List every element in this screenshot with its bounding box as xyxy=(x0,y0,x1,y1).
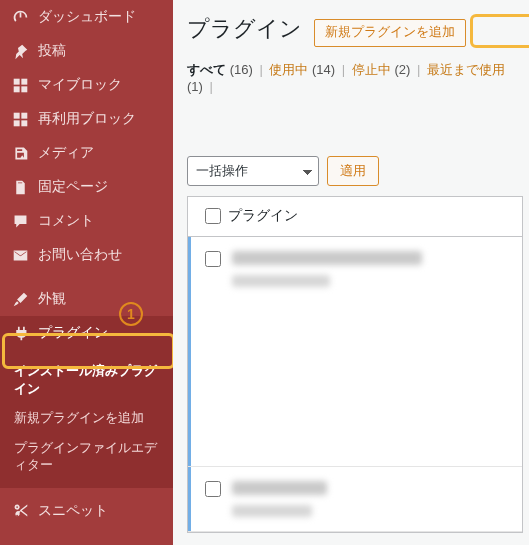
dashboard-icon xyxy=(10,9,30,26)
sidebar-item-label: お問い合わせ xyxy=(38,246,122,264)
separator: | xyxy=(339,62,348,77)
comment-icon xyxy=(10,213,30,230)
plugin-status-filters: すべて (16) | 使用中 (14) | 停止中 (2) | 最近まで使用 (… xyxy=(187,61,523,94)
sidebar-item-appearance[interactable]: 外観 xyxy=(0,282,173,316)
redacted-plugin-name xyxy=(232,481,327,495)
main-content: プラグイン 新規プラグインを追加 すべて (16) | 使用中 (14) | 停… xyxy=(173,0,529,545)
sidebar-item-pages[interactable]: 固定ページ xyxy=(0,170,173,204)
plugins-table: プラグイン xyxy=(187,196,523,533)
svg-rect-3 xyxy=(21,86,27,92)
blocks-icon xyxy=(10,111,30,128)
plugins-submenu: インストール済みプラグイン 新規プラグインを追加 プラグインファイルエディター xyxy=(0,350,173,488)
sidebar-item-label: 投稿 xyxy=(38,42,66,60)
sidebar-item-label: スニペット xyxy=(38,502,108,520)
filter-label: 最近まで使用 xyxy=(427,62,505,77)
media-icon xyxy=(10,145,30,162)
sidebar-item-label: プラグイン xyxy=(38,324,108,342)
plugin-cell xyxy=(228,251,512,287)
sidebar-item-plugins[interactable]: プラグイン xyxy=(0,316,173,350)
submenu-plugin-file-editor[interactable]: プラグインファイルエディター xyxy=(0,433,173,480)
sidebar-item-posts[interactable]: 投稿 xyxy=(0,34,173,68)
sidebar-item-snippets[interactable]: スニペット xyxy=(0,494,173,528)
svg-rect-5 xyxy=(21,112,27,118)
sidebar-item-media[interactable]: メディア xyxy=(0,136,173,170)
sidebar-item-label: コメント xyxy=(38,212,94,230)
plug-icon xyxy=(10,325,30,342)
sidebar-item-label: ダッシュボード xyxy=(38,8,136,26)
row-checkbox[interactable] xyxy=(205,251,221,267)
row-checkbox[interactable] xyxy=(205,481,221,497)
redacted-plugin-actions xyxy=(232,505,312,517)
page-title: プラグイン xyxy=(187,14,302,44)
admin-sidebar: ダッシュボード 投稿 マイブロック 再利用ブロック メディア 固定ページ コメン… xyxy=(0,0,173,545)
filter-all[interactable]: すべて xyxy=(187,62,226,77)
sidebar-item-contact[interactable]: お問い合わせ xyxy=(0,238,173,272)
column-plugin[interactable]: プラグイン xyxy=(228,207,298,225)
blocks-icon xyxy=(10,77,30,94)
redacted-plugin-name xyxy=(232,251,422,265)
scissors-icon xyxy=(10,502,30,519)
sidebar-item-label: 再利用ブロック xyxy=(38,110,136,128)
filter-active-count: (14) xyxy=(312,62,335,77)
sidebar-item-reusable-blocks[interactable]: 再利用ブロック xyxy=(0,102,173,136)
bulk-action-select[interactable]: 一括操作 xyxy=(187,156,319,186)
bulk-apply-button[interactable]: 適用 xyxy=(327,156,379,186)
filter-all-count: (16) xyxy=(230,62,253,77)
brush-icon xyxy=(10,291,30,308)
sidebar-item-comments[interactable]: コメント xyxy=(0,204,173,238)
redacted-plugin-actions xyxy=(232,275,330,287)
filter-label: 使用中 xyxy=(269,62,308,77)
sidebar-item-label: 固定ページ xyxy=(38,178,108,196)
submenu-add-new-plugin[interactable]: 新規プラグインを追加 xyxy=(0,403,173,433)
svg-rect-6 xyxy=(13,120,19,126)
filter-label: すべて xyxy=(187,62,226,77)
filter-inactive-count: (2) xyxy=(394,62,410,77)
table-row xyxy=(188,237,522,467)
sidebar-item-label: 外観 xyxy=(38,290,66,308)
select-all-checkbox[interactable] xyxy=(205,208,221,224)
filter-recent-count: (1) xyxy=(187,79,203,94)
separator: | xyxy=(207,79,216,94)
table-header: プラグイン xyxy=(188,197,522,237)
pin-icon xyxy=(10,43,30,60)
sidebar-item-label: マイブロック xyxy=(38,76,122,94)
filter-inactive[interactable]: 停止中 xyxy=(352,62,391,77)
sidebar-item-myblocks[interactable]: マイブロック xyxy=(0,68,173,102)
filter-recent[interactable]: 最近まで使用 xyxy=(427,62,505,77)
sidebar-item-dashboard[interactable]: ダッシュボード xyxy=(0,0,173,34)
table-row xyxy=(188,467,522,532)
svg-rect-7 xyxy=(21,120,27,126)
separator: | xyxy=(414,62,423,77)
svg-rect-1 xyxy=(21,78,27,84)
callout-badge-1: 1 xyxy=(119,302,143,326)
filter-label: 停止中 xyxy=(352,62,391,77)
svg-rect-0 xyxy=(13,78,19,84)
add-new-plugin-button[interactable]: 新規プラグインを追加 xyxy=(314,19,466,47)
page-icon xyxy=(10,179,30,196)
separator: | xyxy=(256,62,265,77)
sidebar-item-label: メディア xyxy=(38,144,94,162)
svg-rect-4 xyxy=(13,112,19,118)
submenu-installed-plugins[interactable]: インストール済みプラグイン xyxy=(0,356,173,403)
mail-icon xyxy=(10,247,30,264)
svg-rect-2 xyxy=(13,86,19,92)
filter-active[interactable]: 使用中 xyxy=(269,62,308,77)
plugin-cell xyxy=(228,481,512,517)
